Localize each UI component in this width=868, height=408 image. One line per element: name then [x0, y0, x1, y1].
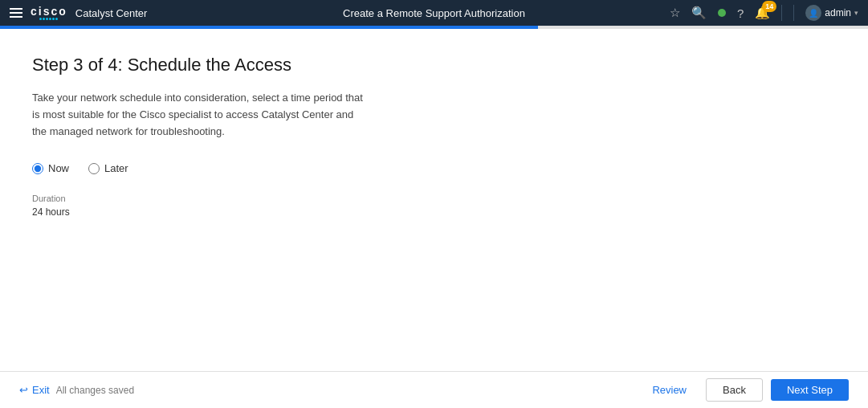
user-name: admin [825, 7, 851, 18]
star-icon[interactable]: ☆ [670, 6, 680, 20]
user-menu[interactable]: 👤 admin ▾ [793, 5, 858, 21]
help-icon[interactable]: ? [737, 6, 744, 20]
page-title: Create a Remote Support Authorization [343, 7, 525, 19]
review-button[interactable]: Review [641, 379, 698, 401]
main-content: Step 3 of 4: Schedule the Access Take yo… [0, 29, 868, 408]
later-radio-label[interactable]: Later [88, 162, 128, 174]
user-avatar: 👤 [805, 5, 821, 21]
exit-label: Exit [32, 384, 50, 396]
app-title: Catalyst Center [75, 7, 148, 19]
now-radio-input[interactable] [32, 163, 43, 174]
duration-value: 24 hours [32, 206, 836, 218]
saved-status: All changes saved [56, 385, 134, 396]
hamburger-menu[interactable] [10, 8, 22, 18]
status-indicator [718, 9, 726, 17]
chevron-down-icon: ▾ [854, 9, 858, 17]
now-radio-label[interactable]: Now [32, 162, 69, 174]
top-nav: cisco Catalyst Center Create a Remote Su… [0, 0, 868, 26]
now-radio-text: Now [48, 162, 69, 174]
duration-label: Duration [32, 194, 836, 203]
notifications-button[interactable]: 🔔 14 [755, 6, 770, 20]
notifications-badge: 14 [762, 1, 776, 12]
cisco-logo: cisco [31, 6, 67, 20]
exit-button[interactable]: ↩ Exit [19, 384, 50, 396]
step-heading: Step 3 of 4: Schedule the Access [32, 55, 836, 75]
duration-section: Duration 24 hours [32, 194, 836, 218]
later-radio-input[interactable] [88, 163, 100, 174]
later-radio-text: Later [104, 162, 128, 174]
next-step-button[interactable]: Next Step [771, 379, 849, 401]
footer-right: Review Back Next Step [641, 378, 849, 402]
schedule-radio-group: Now Later [32, 162, 836, 174]
back-button[interactable]: Back [706, 378, 763, 402]
footer: ↩ Exit All changes saved Review Back Nex… [0, 371, 868, 408]
search-icon[interactable]: 🔍 [691, 6, 707, 20]
exit-icon: ↩ [19, 384, 28, 396]
footer-left: ↩ Exit All changes saved [19, 384, 134, 396]
step-description: Take your network schedule into consider… [32, 90, 369, 140]
